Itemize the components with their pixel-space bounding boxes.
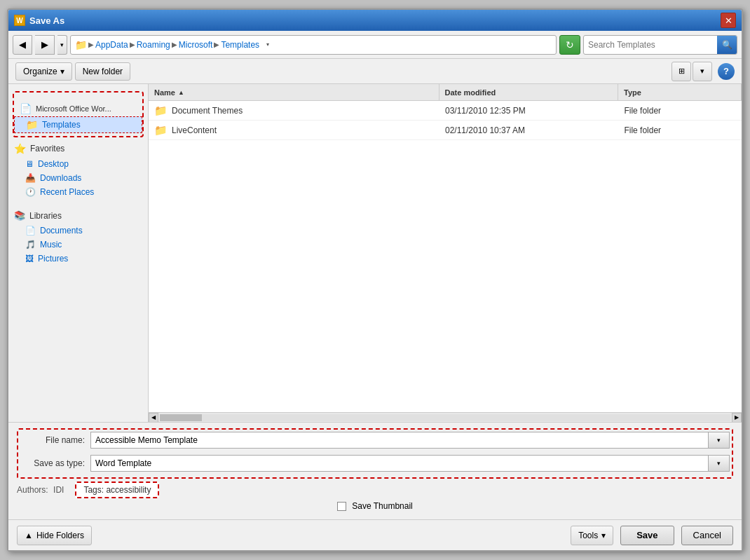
file-type-cell: File folder xyxy=(618,104,742,117)
cancel-button[interactable]: Cancel xyxy=(681,526,733,545)
column-name[interactable]: Name ▲ xyxy=(149,84,439,100)
column-date[interactable]: Date modified xyxy=(439,84,619,100)
downloads-icon: 📥 xyxy=(25,173,36,183)
file-name-row: File name: ▾ xyxy=(20,432,730,449)
search-box: 🔍 xyxy=(583,35,737,55)
sidebar-item-desktop[interactable]: 🖥 Desktop xyxy=(8,157,148,171)
desktop-icon: 🖥 xyxy=(25,159,34,169)
column-type[interactable]: Type xyxy=(618,84,742,100)
forward-button[interactable]: ▶ xyxy=(35,35,55,55)
file-header: Name ▲ Date modified Type xyxy=(149,84,742,101)
breadcrumb-appdata[interactable]: AppData xyxy=(95,40,128,50)
file-name-input[interactable] xyxy=(90,432,709,449)
view-controls: ⊞ ▾ ? xyxy=(671,62,735,81)
action-row: ▲ Hide Folders Tools ▾ Save Cancel xyxy=(8,519,742,550)
view-mode-button[interactable]: ⊞ xyxy=(671,62,691,81)
scroll-thumb[interactable] xyxy=(160,414,202,421)
sidebar-pinned-header xyxy=(14,95,142,101)
save-type-input-wrap: ▾ xyxy=(90,455,730,472)
file-date-cell: 02/11/2010 10:37 AM xyxy=(439,124,618,137)
title-bar: W Save As ✕ xyxy=(8,10,742,31)
thumbnail-checkbox[interactable] xyxy=(337,502,346,511)
sidebar-item-pictures[interactable]: 🖼 Pictures xyxy=(8,252,148,266)
tags-label: Tags: xyxy=(83,485,104,495)
libraries-icon: 📚 xyxy=(14,210,25,221)
breadcrumb-roaming[interactable]: Roaming xyxy=(137,40,170,50)
new-folder-button[interactable]: New folder xyxy=(75,62,130,81)
file-name-input-wrap: ▾ xyxy=(90,432,730,449)
sidebar-item-recent-places[interactable]: 🕐 Recent Places xyxy=(8,185,148,199)
back-button[interactable]: ◀ xyxy=(13,35,32,55)
file-date-cell: 03/11/2010 12:35 PM xyxy=(439,104,618,117)
tools-dropdown-icon: ▾ xyxy=(601,531,606,540)
help-button[interactable]: ? xyxy=(718,63,735,80)
refresh-button[interactable]: ↻ xyxy=(559,35,580,55)
authors-value: IDI xyxy=(53,485,64,495)
hide-folders-button[interactable]: ▲ Hide Folders xyxy=(17,526,92,545)
address-bar: ◀ ▶ ▾ 📁 ▶ AppData ▶ Roaming ▶ Microsoft … xyxy=(8,31,742,59)
sidebar: 📄 Microsoft Office Wor... 📁 Templates ⭐ … xyxy=(8,84,149,422)
folder-icon: 📁 xyxy=(154,124,168,137)
table-row[interactable]: 📁 LiveContent 02/11/2010 10:37 AM File f… xyxy=(149,121,742,140)
favorites-star-icon: ⭐ xyxy=(14,143,26,154)
save-type-dropdown[interactable]: ▾ xyxy=(709,455,730,472)
search-input[interactable] xyxy=(584,40,717,50)
scroll-track xyxy=(160,414,730,421)
view-dropdown-button[interactable]: ▾ xyxy=(693,62,712,81)
file-list: 📁 Document Themes 03/11/2010 12:35 PM Fi… xyxy=(149,101,742,412)
sidebar-item-music[interactable]: 🎵 Music xyxy=(8,238,148,252)
sidebar-item-word[interactable]: 📄 Microsoft Office Wor... xyxy=(14,101,142,116)
search-button[interactable]: 🔍 xyxy=(717,36,737,54)
save-as-dialog: W Save As ✕ ◀ ▶ ▾ 📁 ▶ AppData ▶ Roaming … xyxy=(7,8,743,552)
file-type-cell: File folder xyxy=(618,124,742,137)
documents-icon: 📄 xyxy=(25,226,36,235)
nav-dropdown-button[interactable]: ▾ xyxy=(57,35,67,55)
toolbar: Organize ▾ New folder ⊞ ▾ ? xyxy=(8,59,742,84)
tags-value: accessibility xyxy=(106,485,151,495)
save-type-input[interactable] xyxy=(90,455,709,472)
word-icon: 📄 xyxy=(20,103,32,114)
meta-row: Authors: IDI Tags: accessibility xyxy=(17,482,733,498)
libraries-header: 📚 Libraries xyxy=(8,207,148,224)
bottom-pane: File name: ▾ Save as type: ▾ xyxy=(8,422,742,519)
horizontal-scrollbar[interactable]: ◀ ▶ xyxy=(149,412,742,422)
music-icon: 🎵 xyxy=(25,240,36,250)
recent-places-icon: 🕐 xyxy=(25,187,36,197)
dialog-title: Save As xyxy=(29,15,64,26)
breadcrumb-microsoft[interactable]: Microsoft xyxy=(179,40,213,50)
organize-button[interactable]: Organize ▾ xyxy=(15,62,72,81)
sidebar-item-downloads[interactable]: 📥 Downloads xyxy=(8,171,148,185)
favorites-header: ⭐ Favorites xyxy=(8,140,148,157)
organize-dropdown-icon: ▾ xyxy=(60,67,64,76)
breadcrumb-templates[interactable]: Templates xyxy=(221,40,259,50)
sidebar-item-documents[interactable]: 📄 Documents xyxy=(8,224,148,238)
file-name-cell: 📁 Document Themes xyxy=(149,103,439,118)
main-area: 📄 Microsoft Office Wor... 📁 Templates ⭐ … xyxy=(8,84,742,422)
thumbnail-label: Save Thumbnail xyxy=(352,501,413,511)
breadcrumb-dropdown[interactable]: ▾ xyxy=(261,38,275,52)
sidebar-item-templates[interactable]: 📁 Templates xyxy=(14,116,142,133)
save-type-row: Save as type: ▾ xyxy=(20,455,730,472)
scroll-right-button[interactable]: ▶ xyxy=(732,413,742,423)
scroll-left-button[interactable]: ◀ xyxy=(149,413,158,423)
pinned-section: 📄 Microsoft Office Wor... 📁 Templates xyxy=(13,91,144,137)
title-bar-left: W Save As xyxy=(14,15,64,26)
folder-icon: 📁 xyxy=(75,39,87,50)
thumbnail-row: Save Thumbnail xyxy=(17,501,733,511)
app-icon: W xyxy=(14,15,25,26)
authors-label: Authors: IDI xyxy=(17,485,64,495)
save-button[interactable]: Save xyxy=(620,526,674,545)
table-row[interactable]: 📁 Document Themes 03/11/2010 12:35 PM Fi… xyxy=(149,101,742,121)
save-type-label: Save as type: xyxy=(20,458,90,468)
tools-button[interactable]: Tools ▾ xyxy=(571,526,613,545)
pictures-icon: 🖼 xyxy=(25,254,34,264)
file-name-cell: 📁 LiveContent xyxy=(149,123,439,138)
file-name-dropdown[interactable]: ▾ xyxy=(709,432,730,449)
tags-box[interactable]: Tags: accessibility xyxy=(75,482,159,498)
folder-icon: 📁 xyxy=(154,104,168,117)
breadcrumb-bar: 📁 ▶ AppData ▶ Roaming ▶ Microsoft ▶ Temp… xyxy=(70,35,557,55)
file-pane: Name ▲ Date modified Type 📁 Document The… xyxy=(149,84,742,422)
templates-folder-icon: 📁 xyxy=(26,119,38,130)
close-button[interactable]: ✕ xyxy=(721,13,736,28)
file-form-group: File name: ▾ Save as type: ▾ xyxy=(17,428,733,479)
